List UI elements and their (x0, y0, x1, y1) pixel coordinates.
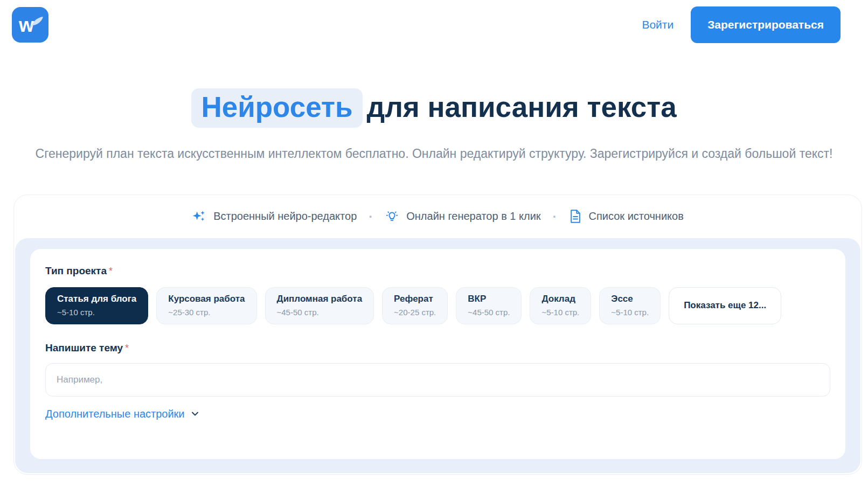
project-type-label: Тип проекта (45, 265, 107, 276)
document-icon (569, 209, 582, 224)
feather-icon (27, 16, 44, 31)
project-type-block: Тип проекта* Статья для блога~5-10 стр.К… (45, 265, 830, 324)
form-background-panel: Тип проекта* Статья для блога~5-10 стр.К… (15, 238, 860, 473)
hero-section: Нейросетьдля написания текста Сгенерируй… (0, 88, 868, 164)
extra-settings-toggle[interactable]: Дополнительные настройки (45, 408, 200, 420)
page-title-rest: для написания текста (367, 91, 677, 123)
chip-title: Эссе (611, 294, 649, 304)
chip-pages: ~25-30 стр. (168, 308, 245, 317)
project-type-chip[interactable]: Статья для блога~5-10 стр. (45, 287, 148, 324)
chip-pages: ~5-10 стр. (541, 308, 579, 317)
feature-label: Встроенный нейро-редактор (213, 210, 357, 223)
chevron-down-icon (190, 408, 200, 419)
topic-input[interactable] (45, 363, 830, 397)
page-subtitle: Сгенерируй план текста искусственным инт… (22, 144, 846, 164)
register-button[interactable]: Зарегистрироваться (691, 6, 841, 43)
feature-row: Встроенный нейро-редактор · Онлайн генер… (14, 195, 862, 238)
dot-separator: · (369, 209, 373, 224)
login-button[interactable]: Войти (642, 18, 673, 31)
top-bar: w Войти Зарегистрироваться (0, 0, 868, 50)
chip-pages: ~45-50 стр. (468, 308, 510, 317)
form-panel: Тип проекта* Статья для блога~5-10 стр.К… (30, 249, 845, 459)
page-title-highlight: Нейросеть (191, 88, 362, 128)
chip-pages: ~45-50 стр. (277, 308, 363, 317)
chip-title: Доклад (541, 294, 579, 304)
feature-label: Онлайн генератор в 1 клик (406, 210, 540, 223)
chip-title: Дипломная работа (277, 294, 363, 304)
lightbulb-icon (385, 209, 399, 224)
chip-title: Курсовая работа (168, 294, 245, 304)
page-title: Нейросетьдля написания текста (0, 88, 868, 128)
chip-pages: ~20-25 стр. (394, 308, 436, 317)
topic-label: Напишите тему (45, 342, 123, 353)
chip-pages: ~5-10 стр. (57, 308, 136, 317)
chip-pages: ~5-10 стр. (611, 308, 649, 317)
feature-label: Список источников (589, 210, 684, 223)
generator-card: Встроенный нейро-редактор · Онлайн генер… (13, 195, 862, 475)
topic-block: Напишите тему* (45, 342, 830, 397)
sparkles-icon (192, 209, 206, 224)
extra-settings-label: Дополнительные настройки (45, 408, 185, 420)
project-type-chip[interactable]: Курсовая работа~25-30 стр. (156, 287, 256, 324)
project-type-chip[interactable]: Эссе~5-10 стр. (599, 287, 661, 324)
project-type-chip[interactable]: Доклад~5-10 стр. (530, 287, 591, 324)
project-type-chip[interactable]: ВКР~45-50 стр. (456, 287, 522, 324)
feature-neuro-editor: Встроенный нейро-редактор (192, 209, 357, 224)
chip-title: Статья для блога (57, 294, 136, 304)
header-nav: Войти Зарегистрироваться (642, 6, 841, 43)
chip-title: ВКР (468, 294, 510, 304)
project-type-chip[interactable]: Дипломная работа~45-50 стр. (265, 287, 374, 324)
dot-separator: · (553, 209, 557, 224)
logo[interactable]: w (12, 7, 48, 43)
project-type-chip[interactable]: Реферат~20-25 стр. (382, 287, 448, 324)
project-type-list: Статья для блога~5-10 стр.Курсовая работ… (45, 287, 830, 324)
required-asterisk: * (125, 343, 129, 353)
required-asterisk: * (109, 266, 113, 276)
chip-title: Реферат (394, 294, 436, 304)
feature-source-list: Список источников (569, 209, 684, 224)
feature-online-generator: Онлайн генератор в 1 клик (385, 209, 540, 224)
show-more-button[interactable]: Показать еще 12... (669, 287, 781, 324)
